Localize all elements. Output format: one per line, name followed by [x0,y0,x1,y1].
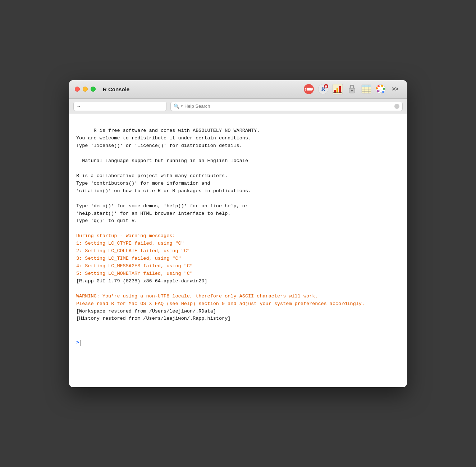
svg-text:R: R [325,85,328,88]
svg-rect-10 [339,86,341,93]
svg-rect-8 [334,90,336,93]
searchbar: 🔍 ▾ [69,99,407,114]
line-1: R is free software and comes with ABSOLU… [76,128,260,223]
console-output: R is free software and comes with ABSOLU… [69,114,407,387]
svg-point-29 [376,87,378,89]
chart-button[interactable] [331,83,344,95]
svg-rect-9 [337,88,338,93]
traffic-lights [75,87,96,92]
r-icon-button[interactable]: R R [317,83,329,95]
svg-text:STOP: STOP [305,88,313,91]
prompt-symbol: > [76,339,79,347]
search-icon: 🔍 [174,103,179,109]
svg-point-25 [381,85,383,87]
lock-button[interactable] [346,83,358,95]
svg-point-13 [351,90,353,92]
svg-point-30 [379,90,382,93]
help-search-input[interactable] [184,103,391,109]
console-text-block: R is free software and comes with ABSOLU… [76,120,400,338]
warning-block: During startup - Warning messages: 1: Se… [76,233,193,276]
svg-point-27 [382,91,384,93]
window-title: R Console [103,86,129,92]
svg-rect-22 [368,85,371,87]
svg-rect-21 [365,85,368,87]
more-button[interactable]: >> [389,83,401,95]
table-button[interactable] [360,83,372,95]
svg-rect-20 [362,85,365,87]
svg-point-28 [377,90,379,92]
svg-point-24 [377,85,380,87]
search-chevron: ▾ [181,104,183,108]
gui-line: [R.app GUI 1.79 (8238) x86_64-apple-darw… [76,278,207,284]
search-clear-button[interactable] [394,104,399,109]
prompt-line[interactable]: > [76,339,400,347]
help-search-container: 🔍 ▾ [170,102,403,111]
stop-button[interactable]: STOP [303,83,315,95]
cursor [81,340,81,346]
utf8-warning: WARNING: You're using a non-UTF8 locale,… [76,293,365,306]
titlebar: R Console STOP R R [69,80,407,99]
workspace-lines: [Workspace restored from /Users/leejiwon… [76,309,230,322]
svg-point-26 [383,88,385,90]
minimize-button[interactable] [83,87,88,92]
palette-button[interactable] [375,83,387,95]
maximize-button[interactable] [91,87,96,92]
toolbar: STOP R R [303,83,401,95]
r-console-window: R Console STOP R R [69,80,407,387]
path-input[interactable] [73,102,167,111]
close-button[interactable] [75,87,80,92]
